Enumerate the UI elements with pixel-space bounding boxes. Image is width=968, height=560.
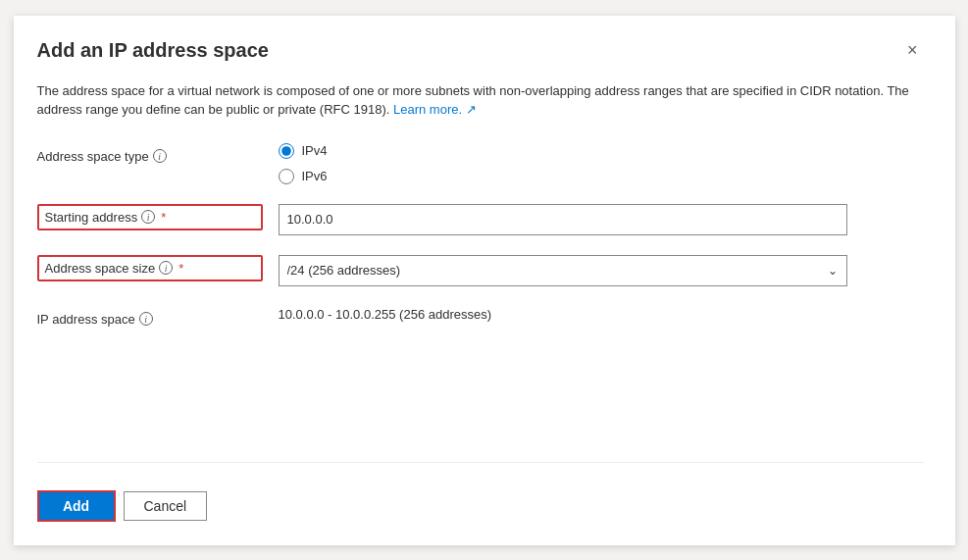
learn-more-link[interactable]: Learn more. ↗ <box>393 102 477 117</box>
address-space-size-info-icon: i <box>159 261 173 275</box>
starting-address-label-col: Starting address i * <box>37 204 263 230</box>
starting-address-input[interactable] <box>279 204 847 235</box>
address-space-size-control: /24 (256 addresses) /8 (16777216 address… <box>279 255 924 286</box>
starting-address-row: Starting address i * <box>37 204 924 235</box>
ipv4-radio[interactable] <box>279 143 294 159</box>
dialog-description: The address space for a virtual network … <box>37 81 920 120</box>
cancel-button[interactable]: Cancel <box>124 491 208 521</box>
dialog-title: Add an IP address space <box>37 39 269 62</box>
address-space-size-select[interactable]: /24 (256 addresses) /8 (16777216 address… <box>279 255 847 286</box>
ipv6-option[interactable]: IPv6 <box>279 169 924 184</box>
address-space-size-required: * <box>178 261 183 276</box>
ip-address-space-label-col: IP address space i <box>37 306 263 327</box>
ipv4-label: IPv4 <box>302 143 328 158</box>
address-space-size-label-col: Address space size i * <box>37 255 263 281</box>
address-space-type-row: Address space type i IPv4 IPv6 <box>37 143 924 184</box>
ip-address-space-label: IP address space <box>37 312 135 327</box>
add-button[interactable]: Add <box>37 490 116 522</box>
ipv4-option[interactable]: IPv4 <box>279 143 924 159</box>
starting-address-label: Starting address <box>45 210 138 225</box>
form-body: Address space type i IPv4 IPv6 <box>37 143 924 442</box>
address-space-type-radio-group: IPv4 IPv6 <box>279 143 924 184</box>
address-space-type-control: IPv4 IPv6 <box>279 143 924 184</box>
add-ip-address-space-dialog: Add an IP address space × The address sp… <box>14 16 955 545</box>
address-space-size-select-wrapper: /24 (256 addresses) /8 (16777216 address… <box>279 255 847 286</box>
starting-address-info-icon: i <box>141 210 155 224</box>
dialog-footer: Add Cancel <box>37 483 924 522</box>
close-button[interactable]: × <box>901 39 924 61</box>
starting-address-control <box>279 204 924 235</box>
ipv6-label: IPv6 <box>302 169 328 183</box>
ip-address-space-row: IP address space i 10.0.0.0 - 10.0.0.255… <box>37 306 924 327</box>
address-space-type-label-col: Address space type i <box>37 143 263 164</box>
address-space-size-row: Address space size i * /24 (256 addresse… <box>37 255 924 286</box>
ip-address-space-info-icon: i <box>139 312 153 326</box>
address-space-type-label: Address space type <box>37 149 149 164</box>
footer-divider <box>37 462 924 463</box>
external-link-icon: ↗ <box>466 102 477 117</box>
dialog-header: Add an IP address space × <box>37 39 924 62</box>
ip-address-space-value: 10.0.0.0 - 10.0.0.255 (256 addresses) <box>279 301 492 322</box>
ipv6-radio[interactable] <box>279 169 294 184</box>
address-space-size-label: Address space size <box>45 261 156 276</box>
starting-address-required: * <box>161 210 166 225</box>
ip-address-space-control: 10.0.0.0 - 10.0.0.255 (256 addresses) <box>279 306 924 322</box>
address-space-type-info-icon: i <box>153 149 167 163</box>
